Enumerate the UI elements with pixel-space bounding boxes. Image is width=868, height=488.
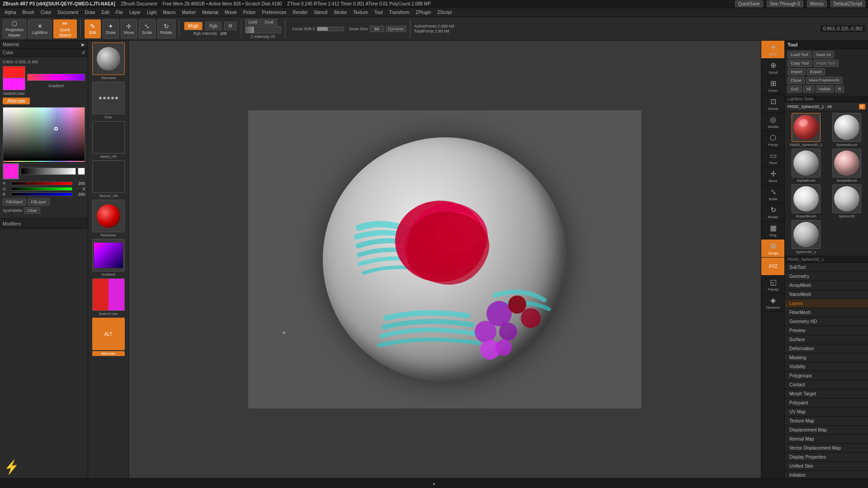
- linefill-btn[interactable]: ▦ Poly: [761, 221, 785, 239]
- brush-thumb-alpha-off[interactable]: [92, 121, 125, 154]
- bp-thumb-sphere3d-1[interactable]: [792, 220, 821, 249]
- menu-light[interactable]: Light: [144, 9, 160, 16]
- actual-btn[interactable]: ⊡ Actual: [761, 95, 785, 113]
- menu-arraymesh[interactable]: ArrayMesh: [785, 281, 868, 290]
- brush-item-switchcolor[interactable]: SwitchColor: [92, 278, 125, 316]
- menu-fibermesh[interactable]: FiberMesh: [785, 308, 868, 317]
- brush-item-dots[interactable]: Dots: [92, 82, 125, 119]
- dynamic2-btn[interactable]: ◈ Dynamic: [761, 294, 785, 312]
- bp-item-eraserbrush[interactable]: EraserBrush: [787, 184, 826, 218]
- menu-polypaint[interactable]: Polypaint: [785, 399, 868, 408]
- xyz-btn[interactable]: XYZ: [761, 258, 785, 276]
- transp-btn[interactable]: ◱ Transp: [761, 276, 785, 294]
- focal-shift-slider[interactable]: [317, 27, 344, 31]
- brush-thumb-dots[interactable]: [92, 82, 125, 114]
- r-btn[interactable]: R: [835, 85, 844, 93]
- bp-item-pm3d[interactable]: PM3D_Sphere3D_1: [787, 113, 826, 147]
- zadd-btn[interactable]: Zadd: [245, 19, 261, 25]
- menu-polygroups[interactable]: Polygroups: [785, 371, 868, 380]
- export-btn[interactable]: Export: [807, 68, 825, 75]
- switch-color-swatch1[interactable]: [3, 66, 25, 79]
- menu-alpha[interactable]: Alpha: [2, 9, 19, 16]
- m-btn[interactable]: M: [224, 22, 236, 30]
- menu-material[interactable]: Material: [200, 9, 222, 16]
- menu-geometry[interactable]: Geometry: [785, 272, 868, 281]
- menu-preview[interactable]: Preview: [785, 326, 868, 335]
- current-color-swatch[interactable]: [3, 163, 19, 179]
- rotate-side-btn[interactable]: ↻ Rotate: [761, 203, 785, 221]
- brush-thumb-red[interactable]: [92, 200, 125, 232]
- menu-displacement-map[interactable]: Displacement Map: [785, 426, 868, 435]
- canvas-bg[interactable]: +: [248, 110, 642, 408]
- draw-btn[interactable]: ✦ Draw: [103, 19, 119, 38]
- quicksave-btn[interactable]: QuickSave: [735, 0, 763, 7]
- aamat-btn[interactable]: ◎ AAMat: [761, 113, 785, 131]
- menu-render[interactable]: Render: [290, 9, 311, 16]
- draw-size-input[interactable]: [370, 26, 384, 32]
- brush-item-alternate[interactable]: ALT Alternate: [92, 318, 125, 356]
- move-side-btn[interactable]: ✛ Move: [761, 167, 785, 185]
- sculpt-btn[interactable]: ✿ Sculpt: [761, 239, 785, 258]
- r-badge[interactable]: R: [859, 104, 866, 109]
- menu-normal-map[interactable]: Normal Map: [785, 435, 868, 444]
- mrgb-btn[interactable]: Mrgb: [184, 22, 203, 30]
- floor-btn[interactable]: ▭ Floor: [761, 149, 785, 167]
- save-as-btn[interactable]: Save As: [813, 51, 834, 58]
- clear-btn[interactable]: Clear: [24, 207, 40, 214]
- color-picker[interactable]: [3, 107, 85, 161]
- gradient-preview[interactable]: [27, 74, 85, 81]
- copy-tool-btn[interactable]: Copy Tool: [788, 60, 812, 67]
- menu-initialize[interactable]: Initialize: [785, 471, 868, 478]
- menu-color[interactable]: Color: [38, 9, 54, 16]
- b-slider[interactable]: [11, 192, 72, 196]
- alternate-btn[interactable]: Alternate: [3, 98, 30, 104]
- white-swatch[interactable]: [78, 168, 85, 175]
- menu-deformation[interactable]: Deformation: [785, 344, 868, 353]
- menu-layer[interactable]: Layer: [127, 9, 143, 16]
- projection-master-btn[interactable]: ⬡ Projection Master: [3, 19, 26, 38]
- brill-btn[interactable]: ✦ BRill: [761, 41, 785, 59]
- menu-tool[interactable]: Tool: [372, 9, 385, 16]
- scale-btn[interactable]: ⤡ Scale: [139, 19, 156, 38]
- fill-layer-btn[interactable]: FillLayer: [28, 198, 50, 206]
- goz-btn[interactable]: GoZ: [788, 85, 802, 93]
- grey-gradient[interactable]: [21, 168, 76, 175]
- clone-btn[interactable]: Clone: [788, 77, 805, 84]
- scroll-btn[interactable]: ⊕ Scroll: [761, 59, 785, 77]
- bp-item-sphere3d[interactable]: Sphere3D: [827, 184, 866, 218]
- menu-macro[interactable]: Macro: [160, 9, 179, 16]
- menu-visibility[interactable]: Visibility: [785, 362, 868, 371]
- zoom-btn[interactable]: ⊞ Zoom: [761, 77, 785, 95]
- menu-draw[interactable]: Draw: [82, 9, 98, 16]
- menu-movie[interactable]: Movie: [222, 9, 240, 16]
- bp-thumb-pm3d[interactable]: [792, 113, 821, 142]
- bp-thumb-spherebrush[interactable]: [832, 113, 861, 142]
- menu-texture[interactable]: Texture: [350, 9, 371, 16]
- bp-item-alphabrush[interactable]: AlphaBrush: [787, 149, 826, 183]
- switch-color-swatch2[interactable]: [3, 78, 25, 90]
- bp-item-spherebrush[interactable]: SphereBrush: [827, 113, 866, 147]
- bp-thumb-alphabrush[interactable]: [792, 149, 821, 178]
- rgb-btn[interactable]: Rgb: [205, 22, 222, 30]
- menu-uv-map[interactable]: UV Map: [785, 408, 868, 417]
- edit-btn[interactable]: ✎ Edit: [85, 19, 101, 38]
- menu-geometry-hd[interactable]: Geometry HD: [785, 317, 868, 326]
- material-section[interactable]: Material ▶: [0, 41, 88, 49]
- load-tool-btn[interactable]: Load Tool: [788, 51, 811, 58]
- menu-zplugin[interactable]: ZPlugin: [413, 9, 434, 16]
- dynamic-persp-btn[interactable]: ⬡ Persp: [761, 131, 785, 149]
- menu-edit[interactable]: Edit: [99, 9, 112, 16]
- bp-thumb-simplebrush[interactable]: [832, 149, 861, 178]
- menu-stencil[interactable]: Stencil: [311, 9, 330, 16]
- dynamic-btn[interactable]: Dynamic: [386, 26, 406, 32]
- menu-nanomesh[interactable]: NanoMesh: [785, 290, 868, 299]
- menu-brush[interactable]: Brush: [20, 9, 37, 16]
- modifiers-title[interactable]: Modifiers: [3, 221, 85, 228]
- brush-item-gradient[interactable]: Gradient: [92, 239, 125, 277]
- scale-side-btn[interactable]: ⤡ Scale: [761, 185, 785, 203]
- canvas-area[interactable]: +: [129, 41, 761, 478]
- fill-object-btn[interactable]: FillObject: [3, 198, 26, 206]
- menu-texture-map[interactable]: Texture Map: [785, 417, 868, 426]
- z-intensity-slider[interactable]: [245, 26, 281, 33]
- menu-preferences[interactable]: Preferences: [259, 9, 289, 16]
